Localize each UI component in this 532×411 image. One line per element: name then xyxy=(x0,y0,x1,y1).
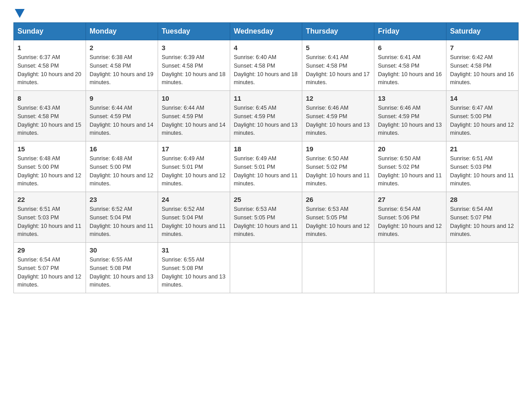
calendar-cell: 19 Sunrise: 6:50 AM Sunset: 5:02 PM Dayl… xyxy=(302,141,374,192)
calendar-cell xyxy=(302,243,374,293)
day-info: Sunrise: 6:44 AM Sunset: 4:59 PM Dayligh… xyxy=(90,104,154,137)
day-number: 11 xyxy=(234,94,298,102)
weekday-header-friday: Friday xyxy=(374,23,446,40)
day-info: Sunrise: 6:49 AM Sunset: 5:01 PM Dayligh… xyxy=(162,154,226,188)
weekday-header-saturday: Saturday xyxy=(446,23,519,40)
day-number: 13 xyxy=(378,94,442,102)
day-number: 2 xyxy=(90,44,154,51)
calendar-cell: 30 Sunrise: 6:55 AM Sunset: 5:08 PM Dayl… xyxy=(86,243,158,293)
day-info: Sunrise: 6:45 AM Sunset: 4:59 PM Dayligh… xyxy=(234,104,298,137)
calendar-cell: 12 Sunrise: 6:46 AM Sunset: 4:59 PM Dayl… xyxy=(302,91,374,141)
day-number: 16 xyxy=(90,145,154,153)
day-number: 24 xyxy=(162,196,226,203)
day-info: Sunrise: 6:48 AM Sunset: 5:00 PM Dayligh… xyxy=(90,154,154,188)
day-number: 6 xyxy=(378,44,442,51)
day-number: 26 xyxy=(306,196,370,203)
day-info: Sunrise: 6:44 AM Sunset: 4:59 PM Dayligh… xyxy=(162,104,226,137)
calendar-cell: 21 Sunrise: 6:51 AM Sunset: 5:03 PM Dayl… xyxy=(446,141,519,192)
day-info: Sunrise: 6:55 AM Sunset: 5:08 PM Dayligh… xyxy=(90,256,154,289)
day-info: Sunrise: 6:38 AM Sunset: 4:58 PM Dayligh… xyxy=(90,53,154,87)
day-info: Sunrise: 6:50 AM Sunset: 5:02 PM Dayligh… xyxy=(378,154,442,188)
day-info: Sunrise: 6:48 AM Sunset: 5:00 PM Dayligh… xyxy=(17,154,82,188)
day-info: Sunrise: 6:41 AM Sunset: 4:58 PM Dayligh… xyxy=(306,53,370,87)
calendar-cell: 11 Sunrise: 6:45 AM Sunset: 4:59 PM Dayl… xyxy=(230,91,302,141)
day-info: Sunrise: 6:37 AM Sunset: 4:58 PM Dayligh… xyxy=(17,53,82,87)
day-info: Sunrise: 6:46 AM Sunset: 4:59 PM Dayligh… xyxy=(378,104,442,137)
day-number: 4 xyxy=(234,44,298,51)
day-info: Sunrise: 6:54 AM Sunset: 5:06 PM Dayligh… xyxy=(378,205,442,239)
day-number: 1 xyxy=(17,44,82,51)
page-header xyxy=(13,9,519,18)
day-number: 18 xyxy=(234,145,298,153)
calendar-cell: 18 Sunrise: 6:49 AM Sunset: 5:01 PM Dayl… xyxy=(230,141,302,192)
day-info: Sunrise: 6:50 AM Sunset: 5:02 PM Dayligh… xyxy=(306,154,370,188)
calendar-cell: 3 Sunrise: 6:39 AM Sunset: 4:58 PM Dayli… xyxy=(158,40,230,91)
day-number: 27 xyxy=(378,196,442,203)
day-number: 25 xyxy=(234,196,298,203)
calendar-cell: 10 Sunrise: 6:44 AM Sunset: 4:59 PM Dayl… xyxy=(158,91,230,141)
day-info: Sunrise: 6:47 AM Sunset: 5:00 PM Dayligh… xyxy=(450,104,515,137)
calendar-week-row: 29 Sunrise: 6:54 AM Sunset: 5:07 PM Dayl… xyxy=(14,243,519,293)
calendar-cell: 7 Sunrise: 6:42 AM Sunset: 4:58 PM Dayli… xyxy=(446,40,519,91)
day-number: 19 xyxy=(306,145,370,153)
day-info: Sunrise: 6:54 AM Sunset: 5:07 PM Dayligh… xyxy=(17,256,82,289)
day-info: Sunrise: 6:53 AM Sunset: 5:05 PM Dayligh… xyxy=(234,205,298,239)
calendar-cell: 13 Sunrise: 6:46 AM Sunset: 4:59 PM Dayl… xyxy=(374,91,446,141)
calendar-cell: 16 Sunrise: 6:48 AM Sunset: 5:00 PM Dayl… xyxy=(86,141,158,192)
day-number: 5 xyxy=(306,44,370,51)
day-info: Sunrise: 6:46 AM Sunset: 4:59 PM Dayligh… xyxy=(306,104,370,137)
calendar-cell: 24 Sunrise: 6:52 AM Sunset: 5:04 PM Dayl… xyxy=(158,192,230,243)
day-number: 10 xyxy=(162,94,226,102)
day-info: Sunrise: 6:43 AM Sunset: 4:58 PM Dayligh… xyxy=(17,104,82,137)
calendar-cell: 2 Sunrise: 6:38 AM Sunset: 4:58 PM Dayli… xyxy=(86,40,158,91)
day-number: 21 xyxy=(450,145,515,153)
day-info: Sunrise: 6:54 AM Sunset: 5:07 PM Dayligh… xyxy=(450,205,515,239)
day-number: 30 xyxy=(90,246,154,254)
weekday-header-wednesday: Wednesday xyxy=(230,23,302,40)
calendar-cell: 8 Sunrise: 6:43 AM Sunset: 4:58 PM Dayli… xyxy=(14,91,86,141)
day-number: 28 xyxy=(450,196,515,203)
day-number: 29 xyxy=(17,246,82,254)
day-number: 12 xyxy=(306,94,370,102)
day-number: 22 xyxy=(17,196,82,203)
svg-marker-0 xyxy=(15,9,25,18)
weekday-header-tuesday: Tuesday xyxy=(158,23,230,40)
day-number: 17 xyxy=(162,145,226,153)
day-number: 3 xyxy=(162,44,226,51)
day-number: 20 xyxy=(378,145,442,153)
day-info: Sunrise: 6:49 AM Sunset: 5:01 PM Dayligh… xyxy=(234,154,298,188)
calendar-cell: 25 Sunrise: 6:53 AM Sunset: 5:05 PM Dayl… xyxy=(230,192,302,243)
day-info: Sunrise: 6:51 AM Sunset: 5:03 PM Dayligh… xyxy=(450,154,515,188)
calendar-week-row: 15 Sunrise: 6:48 AM Sunset: 5:00 PM Dayl… xyxy=(14,141,519,192)
weekday-header-row: SundayMondayTuesdayWednesdayThursdayFrid… xyxy=(14,23,519,40)
calendar-cell: 9 Sunrise: 6:44 AM Sunset: 4:59 PM Dayli… xyxy=(86,91,158,141)
calendar-week-row: 1 Sunrise: 6:37 AM Sunset: 4:58 PM Dayli… xyxy=(14,40,519,91)
calendar-cell: 22 Sunrise: 6:51 AM Sunset: 5:03 PM Dayl… xyxy=(14,192,86,243)
calendar-cell xyxy=(446,243,519,293)
calendar-cell xyxy=(230,243,302,293)
day-info: Sunrise: 6:39 AM Sunset: 4:58 PM Dayligh… xyxy=(162,53,226,87)
day-info: Sunrise: 6:42 AM Sunset: 4:58 PM Dayligh… xyxy=(450,53,515,87)
day-info: Sunrise: 6:55 AM Sunset: 5:08 PM Dayligh… xyxy=(162,256,226,289)
calendar-cell: 6 Sunrise: 6:41 AM Sunset: 4:58 PM Dayli… xyxy=(374,40,446,91)
day-info: Sunrise: 6:51 AM Sunset: 5:03 PM Dayligh… xyxy=(17,205,82,239)
calendar-cell: 26 Sunrise: 6:53 AM Sunset: 5:05 PM Dayl… xyxy=(302,192,374,243)
logo-triangle-icon xyxy=(15,9,25,18)
calendar-cell: 27 Sunrise: 6:54 AM Sunset: 5:06 PM Dayl… xyxy=(374,192,446,243)
day-number: 8 xyxy=(17,94,82,102)
day-number: 31 xyxy=(162,246,226,254)
weekday-header-sunday: Sunday xyxy=(14,23,86,40)
weekday-header-monday: Monday xyxy=(86,23,158,40)
weekday-header-thursday: Thursday xyxy=(302,23,374,40)
day-number: 9 xyxy=(90,94,154,102)
day-number: 7 xyxy=(450,44,515,51)
calendar-cell: 28 Sunrise: 6:54 AM Sunset: 5:07 PM Dayl… xyxy=(446,192,519,243)
calendar-cell: 20 Sunrise: 6:50 AM Sunset: 5:02 PM Dayl… xyxy=(374,141,446,192)
calendar-cell: 4 Sunrise: 6:40 AM Sunset: 4:58 PM Dayli… xyxy=(230,40,302,91)
day-info: Sunrise: 6:41 AM Sunset: 4:58 PM Dayligh… xyxy=(378,53,442,87)
day-number: 23 xyxy=(90,196,154,203)
day-number: 15 xyxy=(17,145,82,153)
calendar-cell: 17 Sunrise: 6:49 AM Sunset: 5:01 PM Dayl… xyxy=(158,141,230,192)
day-info: Sunrise: 6:53 AM Sunset: 5:05 PM Dayligh… xyxy=(306,205,370,239)
calendar-cell: 29 Sunrise: 6:54 AM Sunset: 5:07 PM Dayl… xyxy=(14,243,86,293)
